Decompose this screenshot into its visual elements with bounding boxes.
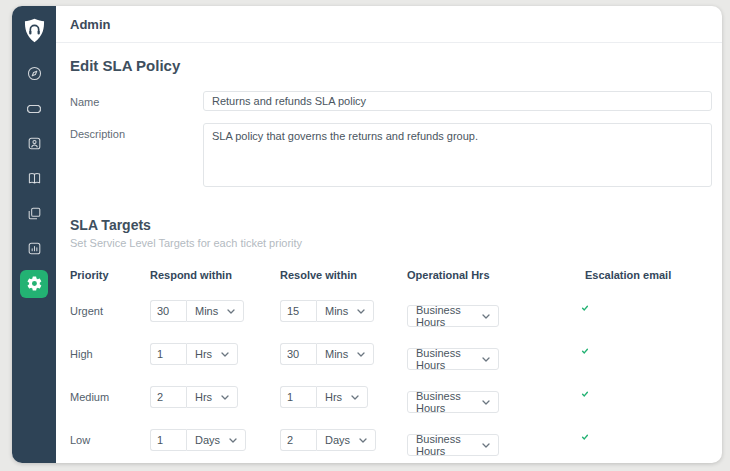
- priority-label: Urgent: [70, 300, 150, 322]
- contacts-icon: [20, 130, 48, 158]
- operational-hours-select[interactable]: Business Hours: [407, 305, 499, 327]
- escalation-email-cell: [585, 300, 712, 318]
- respond-value-input[interactable]: [150, 343, 186, 365]
- resolve-unit-value: Mins: [325, 348, 348, 360]
- resolve-within-cell: Mins: [280, 300, 407, 322]
- resolve-value-input[interactable]: [280, 429, 316, 451]
- toggle-knob: [579, 345, 591, 357]
- sla-targets-table: Priority Respond within Resolve within O…: [70, 269, 712, 463]
- chevron-down-icon: [351, 395, 359, 400]
- table-row: High Hrs Mins: [70, 343, 712, 386]
- column-header-priority: Priority: [70, 269, 150, 281]
- respond-within-cell: Hrs: [150, 386, 280, 408]
- operational-hours-cell: Business Hours: [407, 300, 585, 327]
- check-icon: [581, 390, 589, 398]
- toggle-knob: [579, 302, 591, 314]
- sidebar-item-tickets[interactable]: [12, 91, 56, 126]
- respond-value-input[interactable]: [150, 300, 186, 322]
- chevron-down-icon: [482, 443, 490, 448]
- respond-value-input[interactable]: [150, 386, 186, 408]
- resolve-value-input[interactable]: [280, 386, 316, 408]
- respond-unit-value: Days: [195, 434, 220, 446]
- respond-unit-select[interactable]: Mins: [186, 300, 244, 322]
- name-label: Name: [70, 91, 203, 111]
- chevron-down-icon: [221, 395, 229, 400]
- priority-label: Medium: [70, 386, 150, 408]
- channels-icon: [20, 200, 48, 228]
- column-header-escalation: Escalation email: [585, 269, 712, 281]
- sidebar-item-admin[interactable]: [12, 266, 56, 301]
- escalation-email-cell: [585, 343, 712, 361]
- page-title: Edit SLA Policy: [70, 57, 712, 75]
- respond-unit-select[interactable]: Hrs: [186, 343, 238, 365]
- chevron-down-icon: [482, 314, 490, 319]
- sidebar-item-contacts[interactable]: [12, 126, 56, 161]
- description-form-row: Description SLA policy that governs the …: [70, 123, 712, 191]
- sidebar-item-analytics[interactable]: [12, 231, 56, 266]
- check-icon: [581, 347, 589, 355]
- name-input[interactable]: [203, 91, 712, 111]
- priority-label: High: [70, 343, 150, 365]
- name-form-row: Name: [70, 91, 712, 111]
- resolve-unit-select[interactable]: Hrs: [316, 386, 368, 408]
- app-window: Admin Edit SLA Policy Name Description S…: [12, 6, 722, 463]
- resolve-unit-select[interactable]: Mins: [316, 343, 374, 365]
- toggle-knob: [579, 431, 591, 443]
- operational-hours-value: Business Hours: [416, 347, 482, 371]
- column-header-resolve: Resolve within: [280, 269, 407, 281]
- toggle-knob: [579, 388, 591, 400]
- operational-hours-select[interactable]: Business Hours: [407, 348, 499, 370]
- respond-within-cell: Days: [150, 429, 280, 451]
- operational-hours-value: Business Hours: [416, 390, 482, 414]
- operational-hours-select[interactable]: Business Hours: [407, 391, 499, 413]
- main-panel: Edit SLA Policy Name Description SLA pol…: [56, 43, 722, 463]
- escalation-email-cell: [585, 429, 712, 447]
- table-row: Low Days Days: [70, 429, 712, 463]
- operational-hours-value: Business Hours: [416, 304, 482, 328]
- sla-targets-subtitle: Set Service Level Targets for each ticke…: [70, 237, 712, 249]
- sidebar-item-channels[interactable]: [12, 196, 56, 231]
- chevron-down-icon: [357, 352, 365, 357]
- respond-value-input[interactable]: [150, 429, 186, 451]
- resolve-unit-select[interactable]: Mins: [316, 300, 374, 322]
- respond-unit-select[interactable]: Hrs: [186, 386, 238, 408]
- page-breadcrumb: Admin: [70, 17, 110, 32]
- chevron-down-icon: [482, 400, 490, 405]
- resolve-within-cell: Hrs: [280, 386, 407, 408]
- book-icon: [20, 165, 48, 193]
- table-row: Medium Hrs Hrs: [70, 386, 712, 429]
- resolve-unit-value: Mins: [325, 305, 348, 317]
- sla-targets-title: SLA Targets: [70, 217, 712, 234]
- operational-hours-cell: Business Hours: [407, 386, 585, 413]
- resolve-unit-value: Hrs: [325, 391, 342, 403]
- gear-icon: [20, 270, 48, 298]
- table-body: Urgent Mins Mins: [70, 300, 712, 463]
- chevron-down-icon: [221, 352, 229, 357]
- ticket-icon: [20, 95, 48, 123]
- chevron-down-icon: [229, 438, 237, 443]
- respond-unit-select[interactable]: Days: [186, 429, 246, 451]
- escalation-email-cell: [585, 386, 712, 404]
- chevron-down-icon: [357, 309, 365, 314]
- sla-targets-section: SLA Targets Set Service Level Targets fo…: [70, 217, 712, 463]
- respond-unit-value: Hrs: [195, 391, 212, 403]
- column-header-operational: Operational Hrs: [407, 269, 585, 281]
- sidebar-item-solutions[interactable]: [12, 161, 56, 196]
- priority-label: Low: [70, 429, 150, 451]
- resolve-within-cell: Days: [280, 429, 407, 451]
- respond-within-cell: Hrs: [150, 343, 280, 365]
- respond-unit-value: Mins: [195, 305, 218, 317]
- description-input[interactable]: SLA policy that governs the returns and …: [203, 123, 712, 187]
- bar-chart-icon: [20, 235, 48, 263]
- resolve-value-input[interactable]: [280, 300, 316, 322]
- check-icon: [581, 433, 589, 441]
- column-header-respond: Respond within: [150, 269, 280, 281]
- resolve-unit-select[interactable]: Days: [316, 429, 376, 451]
- respond-unit-value: Hrs: [195, 348, 212, 360]
- resolve-value-input[interactable]: [280, 343, 316, 365]
- resolve-unit-value: Days: [325, 434, 350, 446]
- sidebar-item-dashboard[interactable]: [12, 56, 56, 91]
- operational-hours-select[interactable]: Business Hours: [407, 434, 499, 456]
- sidebar: [12, 6, 56, 463]
- chevron-down-icon: [227, 309, 235, 314]
